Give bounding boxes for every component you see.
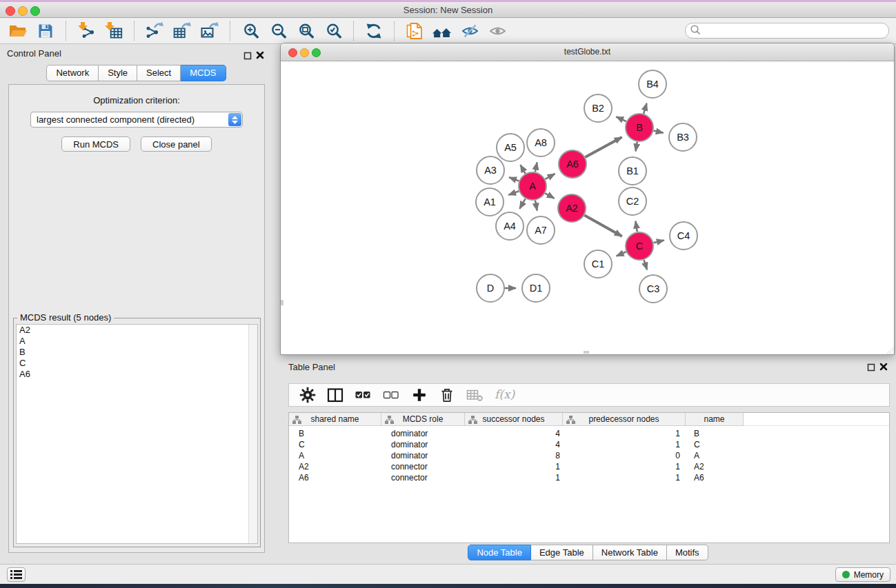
table-cell[interactable]: dominator xyxy=(381,429,465,438)
zoom-selected-icon[interactable] xyxy=(323,21,344,41)
table-cell[interactable]: connector xyxy=(381,473,465,483)
table-delete-icon[interactable] xyxy=(466,387,484,403)
eye-icon[interactable] xyxy=(487,21,508,41)
scrollbar-track[interactable] xyxy=(248,325,257,543)
edge-B-B1[interactable] xyxy=(636,142,637,152)
edge-B-B4[interactable] xyxy=(644,103,647,114)
export-table-icon[interactable] xyxy=(172,21,192,41)
table-cell[interactable]: 1 xyxy=(563,462,686,472)
open-folder-icon[interactable] xyxy=(8,21,28,41)
column-header-predecessor-nodes[interactable]: predecessor nodes xyxy=(563,413,686,426)
zoom-out-icon[interactable] xyxy=(268,21,288,41)
table-cell[interactable]: A xyxy=(686,451,744,460)
mcds-result-item[interactable]: A6 xyxy=(17,369,257,380)
node-C2[interactable]: C2 xyxy=(619,187,646,215)
table-cell[interactable]: A2 xyxy=(686,462,744,472)
zoom-in-icon[interactable] xyxy=(240,21,261,41)
tab-motifs[interactable]: Motifs xyxy=(667,545,708,560)
eye-slash-icon[interactable] xyxy=(459,21,480,41)
zoom-fit-icon[interactable] xyxy=(295,21,316,41)
tab-network-table[interactable]: Network Table xyxy=(593,545,667,560)
mcds-result-item[interactable]: B xyxy=(17,347,257,358)
search-input[interactable] xyxy=(701,25,888,37)
import-table-icon[interactable] xyxy=(103,21,124,41)
network-file-icon[interactable] xyxy=(404,21,425,41)
column-header-successor-nodes[interactable]: successor nodes xyxy=(465,413,563,426)
memory-button[interactable]: Memory xyxy=(835,567,890,582)
table-row[interactable]: Cdominator41C xyxy=(289,439,889,450)
edge-C-C3[interactable] xyxy=(644,260,647,270)
node-A1[interactable]: A1 xyxy=(476,188,504,216)
float-panel-icon[interactable] xyxy=(243,50,252,63)
tab-node-table[interactable]: Node Table xyxy=(468,545,531,560)
node-D[interactable]: D xyxy=(477,274,504,302)
column-header-shared-name[interactable]: shared name xyxy=(289,413,381,426)
edge-A-A7[interactable] xyxy=(535,201,537,211)
table-cell[interactable]: dominator xyxy=(381,440,465,449)
edge-A-A2[interactable] xyxy=(545,193,554,199)
table-cell[interactable]: A2 xyxy=(289,462,381,472)
edge-A-A5[interactable] xyxy=(520,165,525,174)
node-A3[interactable]: A3 xyxy=(477,156,504,184)
edge-A6-B[interactable] xyxy=(585,137,621,157)
node-A5[interactable]: A5 xyxy=(497,134,524,161)
node-D1[interactable]: D1 xyxy=(522,274,550,302)
table-row[interactable]: Adominator80A xyxy=(289,450,889,461)
table-cell[interactable]: 0 xyxy=(563,451,686,460)
table-row[interactable]: A6connector11A6 xyxy=(289,472,889,483)
gear-icon[interactable] xyxy=(299,387,316,403)
tab-style[interactable]: Style xyxy=(99,65,137,81)
home-pair-icon[interactable] xyxy=(432,21,452,41)
chevron-updown-icon[interactable] xyxy=(228,113,241,126)
select-all-icon[interactable] xyxy=(355,387,372,403)
column-header-MCDS-role[interactable]: MCDS role xyxy=(381,413,465,426)
edge-C-C2[interactable] xyxy=(635,221,637,232)
node-B1[interactable]: B1 xyxy=(619,157,646,185)
table-row[interactable]: A2connector11A2 xyxy=(289,461,889,472)
task-history-button[interactable] xyxy=(7,567,26,582)
float-table-panel-icon[interactable] xyxy=(867,362,875,374)
resize-gripper[interactable] xyxy=(887,347,894,354)
table-cell[interactable]: A6 xyxy=(289,473,381,483)
table-cell[interactable]: 4 xyxy=(465,440,563,449)
table-cell[interactable]: 1 xyxy=(465,473,563,483)
network-canvas[interactable]: B4B2BB3A5A8A6A3B1AA1C2A2A4A7C4CC1DD1C3 xyxy=(281,61,894,354)
close-panel-button[interactable]: Close panel xyxy=(141,136,212,152)
close-table-panel-icon[interactable] xyxy=(879,361,888,374)
edge-B-B2[interactable] xyxy=(616,116,626,121)
split-column-icon[interactable] xyxy=(327,387,344,403)
tab-select[interactable]: Select xyxy=(137,65,181,81)
node-A2[interactable]: A2 xyxy=(558,194,586,222)
table-row[interactable]: Bdominator41B xyxy=(289,428,889,439)
mcds-result-list[interactable]: A2ABCA6 xyxy=(16,324,258,544)
table-cell[interactable]: B xyxy=(289,429,381,438)
mcds-result-item[interactable]: C xyxy=(17,358,257,369)
table-cell[interactable]: 1 xyxy=(465,462,563,472)
node-A6[interactable]: A6 xyxy=(559,150,586,178)
node-C[interactable]: C xyxy=(626,232,653,260)
close-panel-icon[interactable] xyxy=(256,50,264,62)
tab-mcds[interactable]: MCDS xyxy=(181,65,226,81)
trash-icon[interactable] xyxy=(439,387,455,403)
mcds-result-item[interactable]: A2 xyxy=(17,325,257,336)
main-titlebar[interactable]: Session: New Session xyxy=(0,2,896,18)
unselect-all-icon[interactable] xyxy=(383,387,400,403)
edge-A-A6[interactable] xyxy=(545,174,555,179)
table-cell[interactable]: connector xyxy=(381,462,465,472)
fx-icon[interactable]: f(x) xyxy=(495,389,515,401)
node-B4[interactable]: B4 xyxy=(639,70,666,98)
node-A[interactable]: A xyxy=(519,172,546,200)
edge-A-A4[interactable] xyxy=(519,199,525,209)
mcds-result-item[interactable]: A xyxy=(17,336,257,347)
edge-C-C4[interactable] xyxy=(653,241,664,243)
edge-B-B3[interactable] xyxy=(654,131,664,133)
table-cell[interactable]: 8 xyxy=(465,451,563,460)
export-image-icon[interactable] xyxy=(199,21,220,41)
table-cell[interactable]: C xyxy=(289,440,381,449)
refresh-icon[interactable] xyxy=(364,21,384,41)
table-cell[interactable]: 1 xyxy=(563,473,686,483)
table-cell[interactable]: dominator xyxy=(381,451,465,460)
tab-network[interactable]: Network xyxy=(46,65,99,81)
node-B2[interactable]: B2 xyxy=(584,94,612,122)
edge-A-A1[interactable] xyxy=(508,191,519,195)
